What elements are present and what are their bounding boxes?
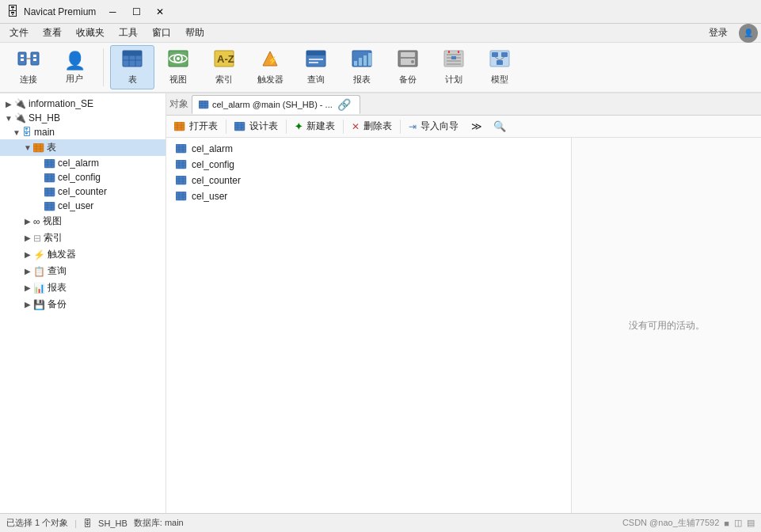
menu-file[interactable]: 文件 xyxy=(3,25,35,41)
svg-rect-83 xyxy=(234,122,245,131)
svg-point-33 xyxy=(411,60,414,63)
view-icon: ∞ xyxy=(33,216,40,227)
svg-rect-93 xyxy=(176,160,186,169)
sidebar-item-backups[interactable]: ▶ 💾 备份 xyxy=(0,296,166,313)
connect-icon xyxy=(17,50,40,72)
table-icon xyxy=(122,50,143,72)
list-item-cel_alarm[interactable]: cel_alarm xyxy=(166,141,571,157)
model-button[interactable]: 模型 xyxy=(478,45,522,89)
new-table-button[interactable]: ✦ 新建表 xyxy=(290,118,340,135)
svg-rect-45 xyxy=(497,60,503,65)
list-item-cel_user[interactable]: cel_user xyxy=(166,188,571,204)
backup-button[interactable]: 备份 xyxy=(386,45,430,89)
status-selected: 已选择 1 个对象 xyxy=(6,517,68,529)
query-button[interactable]: 查询 xyxy=(294,45,338,89)
status-icon-1[interactable]: ■ xyxy=(724,519,729,528)
arrow-icon: ▼ xyxy=(11,128,22,137)
svg-text:⚡: ⚡ xyxy=(268,55,278,66)
sidebar-item-cel_alarm[interactable]: cel_alarm xyxy=(0,156,166,170)
menu-view[interactable]: 查看 xyxy=(36,25,68,41)
svg-rect-53 xyxy=(44,159,55,168)
sidebar-item-queries[interactable]: ▶ 📋 查询 xyxy=(0,263,166,279)
window-controls: ─ ☐ ✕ xyxy=(101,0,172,24)
sidebar-label-views: 视图 xyxy=(43,215,62,228)
svg-rect-28 xyxy=(363,55,367,66)
toolbar-group-main: 连接 👤 用户 xyxy=(6,45,97,89)
close-button[interactable]: ✕ xyxy=(148,0,172,24)
sidebar-label-main: main xyxy=(34,127,55,138)
activity-panel: 没有可用的活动。 xyxy=(571,138,761,513)
import-label: 导入向导 xyxy=(420,120,459,133)
tab-extra-icon[interactable]: 🔗 xyxy=(336,96,353,113)
view-button[interactable]: 视图 xyxy=(156,45,200,89)
statusbar: 已选择 1 个对象 | 🗄 SH_HB 数据库: main CSDN @nao_… xyxy=(0,513,761,532)
query-label: 查询 xyxy=(307,74,325,86)
trigger-button[interactable]: ⚡ 触发器 xyxy=(248,45,292,89)
connection-icon: 🔌 xyxy=(14,112,26,124)
sidebar-item-triggers[interactable]: ▶ ⚡ 触发器 xyxy=(0,246,166,263)
sidebar-label-reports: 报表 xyxy=(48,281,67,294)
svg-rect-41 xyxy=(451,56,456,59)
sidebar-item-indexes[interactable]: ▶ ⊟ 索引 xyxy=(0,230,166,246)
design-table-button[interactable]: 设计表 xyxy=(230,118,283,135)
sidebar-item-cel_config[interactable]: cel_config xyxy=(0,170,166,184)
query-icon xyxy=(306,50,326,72)
minimize-button[interactable]: ─ xyxy=(101,0,124,24)
sidebar-item-reports[interactable]: ▶ 📊 报表 xyxy=(0,279,166,296)
list-item-cel_config[interactable]: cel_config xyxy=(166,157,571,173)
index-button[interactable]: A-Z 索引 xyxy=(202,45,246,89)
sidebar-label-cel_alarm: cel_alarm xyxy=(58,158,99,169)
sidebar-label-tables: 表 xyxy=(47,141,56,154)
svg-rect-22 xyxy=(306,51,325,55)
new-table-icon: ✦ xyxy=(295,121,302,132)
svg-rect-88 xyxy=(176,144,186,153)
list-item-cel_counter[interactable]: cel_counter xyxy=(166,173,571,188)
plan-label: 计划 xyxy=(445,74,462,86)
menu-tools[interactable]: 工具 xyxy=(112,25,144,41)
tab-label: cel_alarm @main (SH_HB) - ... xyxy=(212,100,333,109)
overflow-button[interactable]: ≫ xyxy=(468,119,485,134)
trigger-label: 触发器 xyxy=(257,74,283,86)
maximize-button[interactable]: ☐ xyxy=(124,0,148,24)
svg-rect-2 xyxy=(21,59,24,61)
sidebar-label-information_se: information_SE xyxy=(29,98,93,109)
index-label: 索引 xyxy=(215,74,233,86)
sidebar-item-tables[interactable]: ▼ 表 xyxy=(0,139,166,156)
menu-favorites[interactable]: 收藏夹 xyxy=(70,25,111,41)
sidebar: ▶ 🔌 information_SE ▼ 🔌 SH_HB ▼ 🗄 main ▼ xyxy=(0,93,166,513)
toolbar: 连接 👤 用户 表 xyxy=(0,43,761,93)
sidebar-item-views[interactable]: ▶ ∞ 视图 xyxy=(0,213,166,230)
search-button[interactable]: 🔍 xyxy=(490,119,509,134)
sidebar-item-information_se[interactable]: ▶ 🔌 information_SE xyxy=(0,97,166,111)
content-tab-cel_alarm[interactable]: cel_alarm @main (SH_HB) - ... 🔗 xyxy=(192,95,360,114)
query-icon: 📋 xyxy=(33,266,45,277)
connect-button[interactable]: 连接 xyxy=(6,45,51,89)
sidebar-item-cel_user[interactable]: cel_user xyxy=(0,199,166,213)
svg-rect-78 xyxy=(174,122,185,131)
login-button[interactable]: 登录 xyxy=(702,25,734,41)
status-icon-2[interactable]: ◫ xyxy=(734,518,742,528)
status-icon-3[interactable]: ▤ xyxy=(747,518,755,528)
open-table-button[interactable]: 打开表 xyxy=(169,118,223,135)
user-icon: 👤 xyxy=(64,51,86,71)
main-area: ▶ 🔌 information_SE ▼ 🔌 SH_HB ▼ 🗄 main ▼ xyxy=(0,93,761,513)
import-button[interactable]: ⇥ 导入向导 xyxy=(404,118,463,135)
sidebar-item-cel_counter[interactable]: cel_counter xyxy=(0,184,166,199)
view-label: 视图 xyxy=(169,74,187,86)
svg-rect-29 xyxy=(368,53,371,66)
delete-table-button[interactable]: ✕ 删除表 xyxy=(347,118,397,135)
database-icon: 🗄 xyxy=(22,127,32,138)
sidebar-label-triggers: 触发器 xyxy=(48,248,76,261)
report-button[interactable]: 报表 xyxy=(340,45,384,89)
open-table-label: 打开表 xyxy=(189,120,218,133)
svg-rect-43 xyxy=(492,52,498,57)
menu-window[interactable]: 窗口 xyxy=(146,25,177,41)
user-button[interactable]: 👤 用户 xyxy=(52,45,97,89)
menubar: 文件 查看 收藏夹 工具 窗口 帮助 登录 👤 xyxy=(0,24,761,43)
table-button[interactable]: 表 xyxy=(110,45,154,89)
sidebar-item-sh_hb[interactable]: ▼ 🔌 SH_HB xyxy=(0,111,166,125)
plan-button[interactable]: 计划 xyxy=(432,45,476,89)
menu-help[interactable]: 帮助 xyxy=(179,25,211,41)
sidebar-item-main[interactable]: ▼ 🗄 main xyxy=(0,125,166,139)
arrow-icon: ▶ xyxy=(22,283,33,292)
